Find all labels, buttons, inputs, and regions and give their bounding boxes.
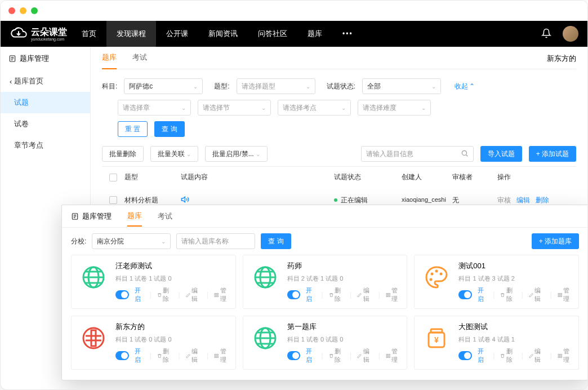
panel2-tab-tiku[interactable]: 题库 bbox=[127, 206, 142, 227]
nav-discover[interactable]: 发现课程 bbox=[106, 21, 156, 47]
op-edit[interactable]: 编辑 bbox=[516, 196, 530, 205]
bell-icon[interactable] bbox=[541, 28, 551, 40]
cloud-logo-icon bbox=[10, 27, 28, 41]
search-input[interactable]: 请输入题目信息 bbox=[361, 146, 474, 162]
bank-card[interactable]: 测试001 科目 1 试卷 3 试题 2 开启 | 删除 | 编辑 | 管理 bbox=[414, 255, 579, 309]
tab-tiku[interactable]: 题库 bbox=[102, 47, 117, 69]
bulk-enable-button[interactable]: 批量启用/禁... ⌄ bbox=[205, 146, 268, 162]
card-edit[interactable]: 编辑 bbox=[186, 286, 201, 303]
nav-open[interactable]: 公开课 bbox=[156, 21, 198, 47]
card-manage[interactable]: 管理 bbox=[386, 347, 401, 364]
section-select[interactable]: 请选择节⌄ bbox=[198, 100, 271, 116]
row-reviewer: 无 bbox=[452, 196, 497, 205]
nav-more[interactable]: ••• bbox=[332, 21, 363, 47]
select-all-checkbox[interactable] bbox=[109, 174, 117, 181]
card-manage[interactable]: 管理 bbox=[558, 286, 573, 303]
row-checkbox[interactable] bbox=[109, 196, 117, 204]
card-delete[interactable]: 删除 bbox=[329, 286, 344, 303]
toggle-open[interactable] bbox=[115, 290, 129, 299]
toggle-open[interactable] bbox=[458, 290, 472, 299]
op-review[interactable]: 审核 bbox=[497, 196, 511, 205]
sidebar-item-questions[interactable]: 试题 bbox=[1, 92, 90, 113]
avatar[interactable] bbox=[563, 26, 578, 42]
toggle-open[interactable] bbox=[458, 351, 472, 360]
minimize-dot[interactable] bbox=[20, 7, 26, 14]
nav-qa[interactable]: 问答社区 bbox=[248, 21, 297, 47]
th-reviewer: 审核者 bbox=[452, 172, 497, 182]
svg-rect-11 bbox=[386, 293, 387, 294]
bulk-delete-button[interactable]: 批量删除 bbox=[102, 146, 144, 162]
card-meta: 科目 2 试卷 1 试题 0 bbox=[287, 274, 402, 283]
globe-green-icon bbox=[77, 261, 110, 294]
svg-rect-32 bbox=[389, 354, 390, 355]
svg-point-17 bbox=[440, 273, 443, 276]
card-title: 药师 bbox=[287, 261, 402, 271]
card-manage[interactable]: 管理 bbox=[214, 286, 229, 303]
panel2-title: 题库管理 bbox=[71, 211, 112, 221]
card-delete[interactable]: 删除 bbox=[500, 286, 515, 303]
svg-rect-33 bbox=[386, 356, 387, 357]
type-select[interactable]: 请选择题型⌄ bbox=[237, 78, 315, 94]
svg-rect-20 bbox=[560, 293, 561, 294]
svg-rect-26 bbox=[217, 354, 218, 355]
subject-select[interactable]: 阿萨德c⌄ bbox=[124, 78, 203, 94]
toggle-open[interactable] bbox=[287, 290, 301, 299]
top-header: 云朵课堂 yunduoketang.com 首页 发现课程 公开课 新闻资讯 问… bbox=[1, 21, 587, 47]
card-manage[interactable]: 管理 bbox=[558, 347, 573, 364]
nav-bank[interactable]: 题库 bbox=[297, 21, 332, 47]
add-bank-button[interactable]: + 添加题库 bbox=[532, 233, 579, 249]
query-button[interactable]: 查 询 bbox=[154, 121, 184, 137]
row-type: 材料分析题 bbox=[124, 196, 181, 205]
op-delete[interactable]: 删除 bbox=[536, 196, 549, 205]
import-button[interactable]: 导入试题 bbox=[480, 146, 522, 162]
branch-select[interactable]: 南京分院⌄ bbox=[92, 233, 171, 249]
card-delete[interactable]: 删除 bbox=[157, 347, 172, 364]
close-dot[interactable] bbox=[8, 7, 15, 14]
toggle-open[interactable] bbox=[115, 351, 129, 360]
bank-card[interactable]: 汪老师测试 科目 1 试卷 1 试题 0 开启 | 删除 | 编辑 | 管理 bbox=[71, 255, 236, 309]
chevron-down-icon: ⌄ bbox=[193, 83, 198, 90]
reset-button[interactable]: 重 置 bbox=[118, 121, 148, 137]
nav-home[interactable]: 首页 bbox=[72, 21, 106, 47]
card-edit[interactable]: 编辑 bbox=[357, 347, 372, 364]
bank-card[interactable]: ¥ 大图测试 科目 1 试卷 4 试题 1 开启 | 删除 | 编辑 | 管理 bbox=[414, 316, 579, 370]
toggle-open[interactable] bbox=[287, 351, 301, 360]
panel2-tab-kaoshi[interactable]: 考试 bbox=[158, 207, 172, 226]
card-edit[interactable]: 编辑 bbox=[529, 347, 544, 364]
bank-card[interactable]: 第一题库 科目 1 试卷 0 试题 0 开启 | 删除 | 编辑 | 管理 bbox=[243, 316, 408, 370]
add-question-button[interactable]: + 添加试题 bbox=[529, 146, 576, 162]
tab-kaoshi[interactable]: 考试 bbox=[132, 47, 147, 69]
bank-name-input[interactable]: 请输入题库名称 bbox=[176, 233, 255, 249]
svg-rect-22 bbox=[560, 295, 561, 296]
svg-rect-19 bbox=[558, 293, 559, 294]
collapse-link[interactable]: 收起⌃ bbox=[455, 82, 475, 91]
card-manage[interactable]: 管理 bbox=[214, 347, 229, 364]
macos-titlebar bbox=[1, 1, 587, 21]
chapter-select[interactable]: 请选择章⌄ bbox=[118, 100, 191, 116]
sidebar-item-chapters[interactable]: 章节考点 bbox=[1, 135, 90, 156]
main-content: 题库 考试 新东方的 科目: 阿萨德c⌄ 题型: 请选择题型⌄ 试题状态: 全部… bbox=[91, 47, 587, 232]
card-edit[interactable]: 编辑 bbox=[357, 286, 372, 303]
bank-card[interactable]: 药师 科目 2 试卷 1 试题 0 开启 | 删除 | 编辑 | 管理 bbox=[243, 255, 408, 309]
card-delete[interactable]: 删除 bbox=[157, 286, 172, 303]
card-delete[interactable]: 删除 bbox=[329, 347, 344, 364]
difficulty-select[interactable]: 请选择难度⌄ bbox=[358, 100, 431, 116]
row-status: 正在编辑 bbox=[341, 196, 368, 205]
bank-card[interactable]: 新东方的 科目 1 试卷 0 试题 0 开启 | 删除 | 编辑 | 管理 bbox=[71, 316, 236, 370]
panel2-query-button[interactable]: 查 询 bbox=[261, 233, 291, 249]
nav-news[interactable]: 新闻资讯 bbox=[198, 21, 248, 47]
maximize-dot[interactable] bbox=[31, 7, 38, 14]
card-manage[interactable]: 管理 bbox=[386, 286, 401, 303]
card-edit[interactable]: 编辑 bbox=[186, 347, 201, 364]
back-link[interactable]: ‹ 题库首页 bbox=[1, 70, 90, 92]
svg-point-18 bbox=[430, 278, 433, 281]
svg-point-16 bbox=[435, 270, 438, 273]
chevron-left-icon: ‹ bbox=[10, 77, 12, 86]
card-delete[interactable]: 删除 bbox=[500, 347, 515, 364]
status-select[interactable]: 全部⌄ bbox=[362, 78, 441, 94]
bulk-relate-button[interactable]: 批量关联 ⌄ bbox=[150, 146, 198, 162]
sidebar-item-papers[interactable]: 试卷 bbox=[1, 113, 90, 135]
point-select[interactable]: 请选择考点⌄ bbox=[278, 100, 351, 116]
svg-rect-34 bbox=[389, 356, 390, 357]
card-edit[interactable]: 编辑 bbox=[529, 286, 544, 303]
